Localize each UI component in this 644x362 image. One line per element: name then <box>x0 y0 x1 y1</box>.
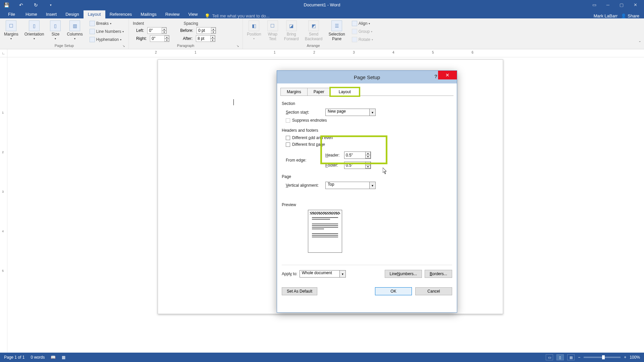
columns-label: Columns <box>67 32 83 37</box>
share-button[interactable]: 👤 Share <box>621 13 639 18</box>
preview-group: Preview <box>282 202 452 253</box>
tab-margins[interactable]: Margins <box>280 88 308 96</box>
titlebar: 💾 ↶ ↻ ▾ Document1 - Word ▭ ─ ▢ ✕ <box>0 0 644 10</box>
spacing-after-spinner[interactable]: ▲▼ <box>210 36 215 42</box>
cancel-button[interactable]: Cancel <box>415 287 452 295</box>
vertical-ruler[interactable]: 1 2 3 4 5 <box>0 57 7 353</box>
spacing-heading: Spacing <box>183 21 198 26</box>
odd-even-checkbox[interactable] <box>286 136 290 140</box>
zoom-level[interactable]: 100% <box>630 355 640 360</box>
qat-customize-icon[interactable]: ▾ <box>46 1 55 9</box>
first-page-checkbox[interactable] <box>286 142 290 147</box>
maximize-icon[interactable]: ▢ <box>620 2 624 7</box>
tab-selector[interactable]: ∟ <box>0 49 7 57</box>
zoom-in-button[interactable]: + <box>624 355 626 360</box>
hyphenation-button[interactable]: Hyphenation ▾ <box>88 36 125 43</box>
selection-pane-button[interactable]: ☰Selection Pane <box>326 20 347 42</box>
zoom-thumb[interactable] <box>602 355 605 359</box>
set-default-button[interactable]: Set As Default <box>282 287 317 295</box>
tab-references[interactable]: References <box>105 10 136 18</box>
group-label: Group <box>359 29 370 34</box>
tab-insert[interactable]: Insert <box>42 10 61 18</box>
line-numbers-dialog-button[interactable]: Line Numbers... <box>385 270 422 278</box>
columns-button[interactable]: ▥Columns▾ <box>65 20 85 41</box>
page-count[interactable]: Page 1 of 1 <box>4 355 24 360</box>
text-cursor <box>233 99 234 105</box>
from-edge-label: From edge: <box>286 158 325 163</box>
user-name[interactable]: Mark LaBarr <box>594 13 618 18</box>
section-start-select[interactable]: New page ▾ <box>325 109 376 116</box>
tab-review[interactable]: Review <box>161 10 184 18</box>
paragraph-caption: Paragraph↘ <box>131 44 240 48</box>
ruler-mark: 5 <box>2 269 4 273</box>
hyphenation-label: Hyphenation <box>96 37 119 42</box>
footer-spinner[interactable]: ▲▼ <box>344 162 371 169</box>
macro-icon[interactable]: ▦ <box>62 355 65 360</box>
read-mode-button[interactable]: ▭ <box>546 354 553 360</box>
align-button[interactable]: Align ▾ <box>351 20 374 27</box>
undo-icon[interactable]: ↶ <box>17 1 25 9</box>
header-spin-down[interactable]: ▼ <box>365 155 371 159</box>
borders-dialog-button[interactable]: Borders... <box>425 270 452 278</box>
footer-spin-down[interactable]: ▼ <box>365 165 371 169</box>
page-setup-dialog: Page Setup ? ✕ Margins Paper Layout Sect… <box>277 70 457 313</box>
header-spinner[interactable]: ▲▼ <box>344 152 371 159</box>
orientation-icon: ▯ <box>29 20 40 31</box>
horizontal-ruler[interactable]: ∟ 2 1 1 2 3 4 5 6 <box>0 49 644 57</box>
line-numbers-icon <box>90 29 95 34</box>
align-icon <box>352 21 357 26</box>
spacing-before-spinner[interactable]: ▲▼ <box>211 27 216 34</box>
share-icon: 👤 <box>621 13 626 18</box>
spacing-after-label: After: <box>183 36 193 41</box>
position-label: Position <box>247 32 261 37</box>
print-layout-button[interactable]: ▯ <box>556 354 564 360</box>
tab-layout[interactable]: Layout <box>84 10 105 18</box>
spell-check-icon[interactable]: 📖 <box>51 355 56 360</box>
dialog-titlebar[interactable]: Page Setup ? ✕ <box>277 71 457 83</box>
web-layout-button[interactable]: ▤ <box>567 354 575 360</box>
paragraph-launcher[interactable]: ↘ <box>236 44 239 48</box>
tab-view[interactable]: View <box>184 10 202 18</box>
ribbon-display-icon[interactable]: ▭ <box>592 2 596 7</box>
odd-even-label: Different odd and even <box>292 135 333 140</box>
tab-paper[interactable]: Paper <box>307 88 331 96</box>
zoom-slider[interactable] <box>584 357 621 358</box>
margins-label: Margins <box>4 32 18 37</box>
word-count[interactable]: 0 words <box>31 355 45 360</box>
minimize-icon[interactable]: ─ <box>606 2 609 7</box>
indent-heading: Indent <box>133 21 144 26</box>
dialog-title: Page Setup <box>354 74 380 80</box>
indent-right-spinner[interactable]: ▲▼ <box>164 36 169 42</box>
apply-to-select[interactable]: Whole document ▾ <box>300 270 346 278</box>
orientation-button[interactable]: ▯Orientation▾ <box>22 20 46 41</box>
close-icon[interactable]: ✕ <box>634 2 637 7</box>
page-setup-launcher[interactable]: ↘ <box>122 44 125 48</box>
breaks-button[interactable]: Breaks ▾ <box>88 20 125 27</box>
chevron-down-icon: ▾ <box>339 270 345 277</box>
collapse-ribbon-icon[interactable]: ˇ <box>639 41 641 46</box>
help-button[interactable]: ? <box>434 73 437 79</box>
ok-button[interactable]: OK <box>375 287 412 295</box>
header-label: Header: <box>325 153 344 158</box>
redo-icon[interactable]: ↻ <box>32 1 40 9</box>
size-button[interactable]: ▯Size▾ <box>48 20 63 41</box>
rotate-button: Rotate ▾ <box>351 36 374 43</box>
line-numbers-button[interactable]: Line Numbers ▾ <box>88 28 125 35</box>
save-icon[interactable]: 💾 <box>2 1 11 9</box>
size-icon: ▯ <box>50 20 61 31</box>
tab-design[interactable]: Design <box>61 10 83 18</box>
ruler-mark: 2 <box>2 150 4 154</box>
close-dialog-button[interactable]: ✕ <box>438 71 457 79</box>
tell-me-search[interactable]: 💡 Tell me what you want to do... <box>205 13 269 18</box>
margins-button[interactable]: ☐Margins▾ <box>2 20 20 41</box>
columns-icon: ▥ <box>69 20 80 31</box>
zoom-out-button[interactable]: − <box>578 355 580 360</box>
tab-mailings[interactable]: Mailings <box>136 10 161 18</box>
tab-home[interactable]: Home <box>21 10 42 18</box>
valign-select[interactable]: Top ▾ <box>325 182 376 189</box>
tab-layout-dialog[interactable]: Layout <box>330 88 359 96</box>
tab-file[interactable]: File <box>2 10 21 18</box>
indent-left-spinner[interactable]: ▲▼ <box>162 27 166 34</box>
ruler-mark: 1 <box>195 51 197 54</box>
breaks-label: Breaks <box>96 21 109 26</box>
